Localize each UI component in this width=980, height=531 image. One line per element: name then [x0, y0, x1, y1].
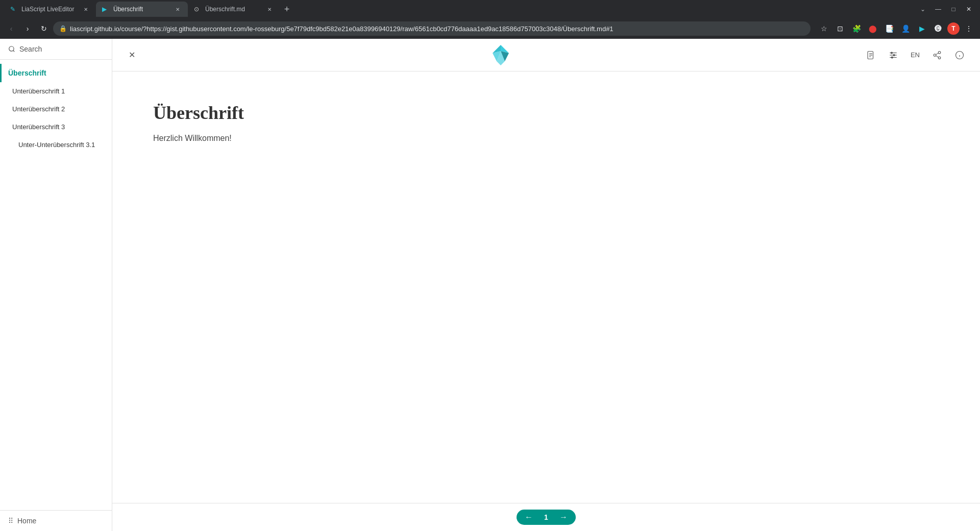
- nav-item-unteruberschrift-3-label: Unterüberschrift 3: [12, 123, 65, 131]
- main-content: ✕: [112, 39, 980, 531]
- ublock-icon[interactable]: ⬤: [866, 21, 880, 36]
- next-page-button[interactable]: →: [559, 513, 568, 522]
- tab-github[interactable]: ⊙ Überschrift.md ✕: [188, 2, 280, 17]
- tab-bar: ✎ LiaScript LiveEditor ✕ ▶ Überschrift ✕…: [0, 0, 980, 18]
- minimize-button[interactable]: —: [931, 2, 945, 16]
- svg-point-15: [893, 54, 895, 56]
- svg-point-16: [891, 57, 893, 58]
- content-header: ✕: [112, 39, 980, 71]
- nav-item-unter-unteruberschrift-3-1-label: Unter-Unterüberschrift 3.1: [18, 141, 95, 149]
- nav-list: Überschrift Unterüberschrift 1 Unterüber…: [0, 60, 112, 510]
- settings-button[interactable]: [885, 47, 901, 63]
- liascript-tab-favicon: ✎: [10, 6, 17, 13]
- svg-line-1: [13, 51, 15, 52]
- header-actions: EN: [863, 47, 968, 63]
- cast-button[interactable]: ⊡: [833, 21, 847, 36]
- github-tab-favicon: ⊙: [194, 6, 201, 13]
- close-window-button[interactable]: ✕: [962, 2, 976, 16]
- sidebar: Search Überschrift Unterüberschrift 1 Un…: [0, 39, 112, 531]
- svg-line-20: [936, 56, 938, 57]
- forward-button[interactable]: ›: [20, 21, 35, 36]
- liascript-extension-icon[interactable]: ▶: [915, 21, 929, 36]
- nav-item-unter-unteruberschrift-3-1[interactable]: Unter-Unterüberschrift 3.1: [0, 136, 112, 154]
- nav-item-unteruberschrift-2[interactable]: Unterüberschrift 2: [0, 100, 112, 118]
- liascript-tab-title: LiaScript LiveEditor: [21, 6, 78, 13]
- tab-liascript[interactable]: ✎ LiaScript LiveEditor ✕: [4, 2, 96, 17]
- svg-point-17: [938, 51, 941, 54]
- bookmark-manager-icon[interactable]: 📑: [882, 21, 896, 36]
- extensions-button[interactable]: 🧩: [849, 21, 864, 36]
- address-bar[interactable]: 🔒 liascript.github.io/course/?https://gi…: [53, 21, 811, 36]
- svg-point-0: [9, 46, 14, 51]
- share-icon: [933, 51, 942, 60]
- lock-icon: 🔒: [59, 25, 67, 32]
- search-icon: [8, 45, 15, 53]
- uberschrift-tab-title: Überschrift: [113, 6, 169, 13]
- browser-menu-button[interactable]: ⋮: [962, 21, 976, 36]
- svg-point-19: [938, 57, 941, 59]
- github-tab-title: Überschrift.md: [205, 6, 261, 13]
- pagination-control: ← 1 →: [517, 510, 576, 525]
- nav-item-unteruberschrift-3[interactable]: Unterüberschrift 3: [0, 118, 112, 136]
- pagination-bar: ← 1 →: [112, 503, 980, 531]
- grid-icon: ⠿: [8, 517, 13, 525]
- info-icon: [955, 51, 964, 60]
- reload-button[interactable]: ↻: [37, 21, 51, 36]
- app-container: Search Überschrift Unterüberschrift 1 Un…: [0, 39, 980, 531]
- uberschrift-tab-favicon: ▶: [102, 6, 109, 13]
- github-tab-close[interactable]: ✕: [265, 5, 274, 13]
- liascript-logo: [488, 43, 513, 67]
- svg-line-21: [936, 53, 938, 54]
- maximize-button[interactable]: □: [946, 2, 961, 16]
- home-label: Home: [17, 517, 36, 525]
- document-button[interactable]: [863, 47, 879, 63]
- new-tab-button[interactable]: +: [280, 2, 294, 16]
- nav-item-uberschrift[interactable]: Überschrift: [0, 64, 112, 82]
- tab-search-button[interactable]: ⌄: [916, 2, 930, 16]
- window-controls: ⌄ — □ ✕: [916, 2, 976, 16]
- search-label: Search: [19, 45, 42, 53]
- logo-area: [488, 43, 513, 67]
- document-icon: [866, 51, 875, 60]
- bookmark-button[interactable]: ☆: [817, 21, 831, 36]
- search-area[interactable]: Search: [0, 39, 112, 60]
- svg-point-18: [934, 54, 936, 56]
- profile-avatar[interactable]: T: [947, 22, 960, 35]
- chrome-store-icon[interactable]: 🅒: [931, 21, 945, 36]
- page-body-text: Herzlich Willkommen!: [153, 134, 939, 143]
- uberschrift-tab-close[interactable]: ✕: [174, 5, 182, 13]
- back-button[interactable]: ‹: [4, 21, 18, 36]
- svg-point-14: [891, 52, 892, 54]
- content-close-button[interactable]: ✕: [125, 48, 139, 62]
- search-box[interactable]: Search: [8, 45, 104, 53]
- nav-item-unteruberschrift-1[interactable]: Unterüberschrift 1: [0, 82, 112, 100]
- page-number: 1: [541, 513, 551, 521]
- address-bar-row: ‹ › ↻ 🔒 liascript.github.io/course/?http…: [0, 18, 980, 39]
- nav-item-unteruberschrift-1-label: Unterüberschrift 1: [12, 87, 65, 95]
- nav-item-uberschrift-label: Überschrift: [8, 69, 46, 77]
- nav-item-unteruberschrift-2-label: Unterüberschrift 2: [12, 105, 65, 113]
- sidebar-footer[interactable]: ⠿ Home: [0, 510, 112, 531]
- content-body: Überschrift Herzlich Willkommen!: [112, 71, 980, 503]
- address-text: liascript.github.io/course/?https://gist…: [70, 25, 804, 33]
- language-label: EN: [911, 51, 920, 59]
- liascript-tab-close[interactable]: ✕: [82, 5, 90, 13]
- settings-icon: [889, 51, 898, 60]
- page-heading: Überschrift: [153, 102, 939, 124]
- prev-page-button[interactable]: ←: [525, 513, 533, 522]
- tab-uberschrift[interactable]: ▶ Überschrift ✕: [96, 2, 188, 17]
- close-icon: ✕: [129, 50, 135, 60]
- share-button[interactable]: [929, 47, 945, 63]
- language-button[interactable]: EN: [908, 49, 923, 61]
- user-icon-1[interactable]: 👤: [898, 21, 913, 36]
- toolbar-icons: ☆ ⊡ 🧩 ⬤ 📑 👤 ▶ 🅒 T ⋮: [817, 21, 976, 36]
- info-button[interactable]: [951, 47, 968, 63]
